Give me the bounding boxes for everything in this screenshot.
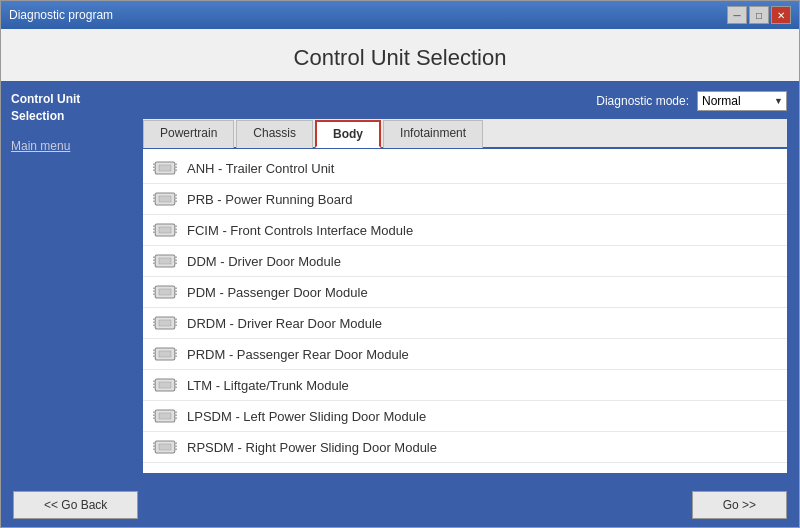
svg-rect-10 [153,198,156,200]
svg-rect-22 [174,232,177,234]
window-title: Diagnostic program [9,8,113,22]
go-forward-button[interactable]: Go >> [692,491,787,519]
list-item-label: DRDM - Driver Rear Door Module [187,316,382,331]
svg-rect-3 [153,170,156,172]
main-window: Diagnostic program ─ □ ✕ Control Unit Se… [0,0,800,528]
svg-rect-51 [153,356,156,358]
svg-rect-59 [153,387,156,389]
sidebar-active-item: Control UnitSelection [11,91,121,125]
svg-rect-76 [174,443,177,445]
svg-rect-33 [153,288,156,290]
module-icon [153,376,177,394]
svg-rect-7 [159,165,171,171]
list-item[interactable]: PRDM - Passenger Rear Door Module [143,339,787,370]
svg-rect-39 [159,289,171,295]
svg-rect-74 [153,446,156,448]
svg-rect-30 [174,263,177,265]
module-icon [153,221,177,239]
module-list[interactable]: ANH - Trailer Control UnitPRB - Power Ru… [143,149,787,473]
go-back-button[interactable]: << Go Back [13,491,138,519]
module-icon [153,438,177,456]
svg-rect-37 [174,291,177,293]
diagnostic-mode-label: Diagnostic mode: [596,94,689,108]
list-item-label: PRDM - Passenger Rear Door Module [187,347,409,362]
diagnostic-mode-select-wrapper[interactable]: Normal Advanced Expert [697,91,787,111]
svg-rect-43 [153,325,156,327]
svg-rect-17 [153,226,156,228]
svg-rect-47 [159,320,171,326]
svg-rect-52 [174,350,177,352]
svg-rect-11 [153,201,156,203]
svg-rect-66 [153,415,156,417]
module-icon [153,159,177,177]
svg-rect-2 [153,167,156,169]
window-controls: ─ □ ✕ [727,6,791,24]
svg-rect-63 [159,382,171,388]
list-item-label: PDM - Passenger Door Module [187,285,368,300]
svg-rect-20 [174,226,177,228]
svg-rect-25 [153,257,156,259]
list-item[interactable]: PRB - Power Running Board [143,184,787,215]
list-item-label: ANH - Trailer Control Unit [187,161,334,176]
svg-rect-73 [153,443,156,445]
sidebar: Control UnitSelection Main menu [1,81,131,483]
svg-rect-36 [174,288,177,290]
svg-rect-53 [174,353,177,355]
svg-rect-31 [159,258,171,264]
list-item[interactable]: LPSDM - Left Power Sliding Door Module [143,401,787,432]
svg-rect-57 [153,381,156,383]
svg-rect-12 [174,195,177,197]
module-icon [153,283,177,301]
list-item[interactable]: ANH - Trailer Control Unit [143,153,787,184]
svg-rect-19 [153,232,156,234]
svg-rect-13 [174,198,177,200]
sidebar-item-main-menu[interactable]: Main menu [11,139,121,153]
svg-rect-23 [159,227,171,233]
tab-chassis[interactable]: Chassis [236,120,313,148]
list-item[interactable]: FCIM - Front Controls Interface Module [143,215,787,246]
tab-infotainment[interactable]: Infotainment [383,120,483,148]
maximize-button[interactable]: □ [749,6,769,24]
list-item-label: RPSDM - Right Power Sliding Door Module [187,440,437,455]
svg-rect-29 [174,260,177,262]
list-item[interactable]: DDM - Driver Door Module [143,246,787,277]
svg-rect-60 [174,381,177,383]
svg-rect-42 [153,322,156,324]
svg-rect-45 [174,322,177,324]
svg-rect-5 [174,167,177,169]
close-button[interactable]: ✕ [771,6,791,24]
tabs-and-list-container: Powertrain Chassis Body Infotainment ANH… [143,119,787,473]
svg-rect-62 [174,387,177,389]
svg-rect-67 [153,418,156,420]
minimize-button[interactable]: ─ [727,6,747,24]
svg-rect-61 [174,384,177,386]
svg-rect-55 [159,351,171,357]
tab-powertrain[interactable]: Powertrain [143,120,234,148]
svg-rect-75 [153,449,156,451]
svg-rect-68 [174,412,177,414]
list-item-label: LPSDM - Left Power Sliding Door Module [187,409,426,424]
svg-rect-58 [153,384,156,386]
svg-rect-69 [174,415,177,417]
svg-rect-21 [174,229,177,231]
svg-rect-78 [174,449,177,451]
diagnostic-mode-select[interactable]: Normal Advanced Expert [697,91,787,111]
svg-rect-49 [153,350,156,352]
right-panel: Diagnostic mode: Normal Advanced Expert … [131,81,799,483]
svg-rect-50 [153,353,156,355]
list-item[interactable]: RPSDM - Right Power Sliding Door Module [143,432,787,463]
svg-rect-26 [153,260,156,262]
module-icon [153,252,177,270]
diagnostic-mode-row: Diagnostic mode: Normal Advanced Expert [143,91,787,111]
list-item[interactable]: DRDM - Driver Rear Door Module [143,308,787,339]
svg-rect-38 [174,294,177,296]
svg-rect-70 [174,418,177,420]
svg-rect-79 [159,444,171,450]
svg-rect-65 [153,412,156,414]
list-item-label: FCIM - Front Controls Interface Module [187,223,413,238]
list-item[interactable]: PDM - Passenger Door Module [143,277,787,308]
tab-body[interactable]: Body [315,120,381,148]
page-title: Control Unit Selection [1,29,799,81]
list-item[interactable]: LTM - Liftgate/Trunk Module [143,370,787,401]
svg-rect-71 [159,413,171,419]
